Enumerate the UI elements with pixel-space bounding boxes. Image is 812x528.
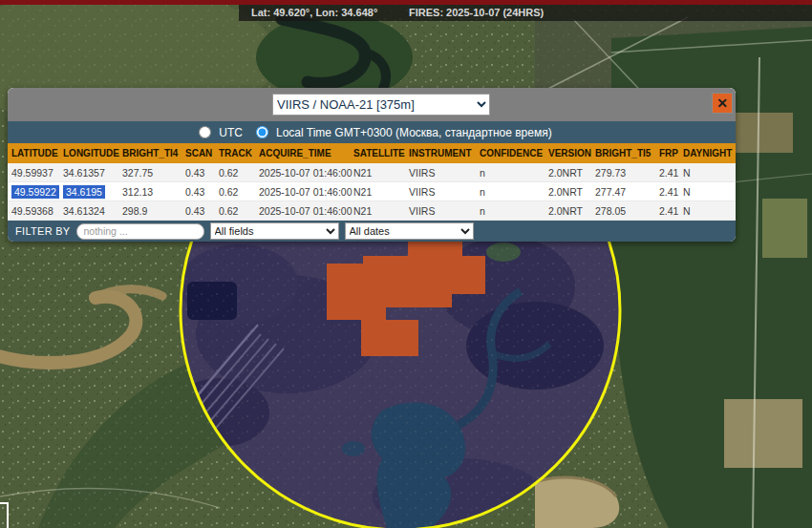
column-header[interactable]: SATELLITE: [353, 148, 409, 158]
filter-bar: FILTER BY All fields All dates: [8, 221, 736, 242]
column-header[interactable]: DAYNIGHT: [683, 148, 736, 158]
table-cell: 49.59937: [11, 167, 63, 179]
table-cell: 279.73: [595, 167, 659, 179]
table-cell: VIIRS: [409, 205, 480, 217]
cursor-coordinates: Lat: 49.620°, Lon: 34.648°: [251, 7, 377, 18]
column-header[interactable]: BRIGHT_TI5: [595, 148, 659, 158]
table-cell: n: [480, 205, 548, 217]
filter-text-input[interactable]: [76, 223, 204, 240]
fire-table-body: 49.5993734.61357327.750.430.622025-10-07…: [8, 163, 736, 221]
table-cell: 34.61324: [63, 205, 122, 217]
filter-dates-select[interactable]: All dates: [345, 222, 474, 240]
table-cell: 2.0NRT: [548, 205, 595, 217]
table-cell: N21: [353, 205, 409, 217]
column-header[interactable]: BRIGHT_TI4: [122, 148, 185, 158]
local-time-label[interactable]: Local Time GMT+0300 (Москва, стандартное…: [276, 126, 552, 139]
column-header[interactable]: INSTRUMENT: [409, 148, 480, 158]
table-cell: 298.9: [122, 205, 185, 217]
table-cell: 278.05: [595, 205, 659, 217]
selected-cell-highlight: 49.59922: [11, 185, 59, 199]
table-cell: VIIRS: [409, 167, 480, 179]
column-header[interactable]: ACQUIRE_TIME: [259, 148, 353, 158]
fire-pixel[interactable]: [361, 320, 418, 356]
table-row[interactable]: 49.5993734.61357327.750.430.622025-10-07…: [8, 163, 736, 182]
column-header[interactable]: VERSION: [548, 148, 595, 158]
satellite-map[interactable]: [0, 0, 812, 528]
table-cell: 0.62: [219, 167, 259, 179]
fire-data-dialog: VIIRS / NOAA-21 [375m] ✕ UTC Local Time …: [8, 88, 736, 242]
table-cell: n: [480, 186, 548, 198]
table-cell: 0.43: [185, 186, 219, 198]
table-cell: 2.41: [659, 186, 683, 198]
table-row[interactable]: 49.5936834.61324298.90.430.622025-10-07 …: [8, 201, 736, 221]
utc-radio[interactable]: [199, 126, 211, 138]
table-cell: 312.13: [122, 186, 185, 198]
dialog-header: VIIRS / NOAA-21 [375m] ✕: [8, 88, 736, 121]
selected-cell-highlight: 34.6195: [63, 185, 105, 199]
table-cell: 49.59368: [11, 205, 63, 217]
table-cell: VIIRS: [409, 186, 480, 198]
table-cell: 327.75: [122, 167, 185, 179]
filter-by-label: FILTER BY: [15, 225, 71, 237]
table-cell: 2025-10-07 01:46:00: [259, 167, 353, 179]
table-cell: n: [480, 167, 548, 179]
table-cell: 0.62: [219, 186, 259, 198]
fire-pixel[interactable]: [327, 264, 386, 320]
table-cell: 2.0NRT: [548, 186, 595, 198]
table-cell: 2.41: [659, 205, 683, 217]
table-cell: 2.0NRT: [548, 167, 595, 179]
fire-pixel[interactable]: [386, 256, 452, 307]
table-cell: 277.47: [595, 186, 659, 198]
fires-date-label: FIRES: 2025-10-07 (24HRS): [409, 7, 544, 18]
table-cell: 34.6195: [63, 186, 122, 198]
table-cell: 2.41: [659, 167, 683, 179]
table-cell: N: [683, 186, 736, 198]
local-time-radio[interactable]: [256, 126, 268, 138]
table-cell: N: [683, 167, 736, 179]
column-header[interactable]: FRP: [659, 148, 683, 158]
column-header[interactable]: LONGITUDE: [63, 148, 122, 158]
table-cell: N21: [353, 167, 409, 179]
table-cell: 34.61357: [63, 167, 122, 179]
close-button[interactable]: ✕: [712, 93, 733, 114]
filter-fields-select[interactable]: All fields: [210, 222, 339, 240]
table-cell: N: [683, 205, 736, 217]
table-cell: 2025-10-07 01:46:00: [259, 186, 353, 198]
column-header[interactable]: TRACK: [219, 148, 259, 158]
sensor-select[interactable]: VIIRS / NOAA-21 [375m]: [272, 94, 490, 116]
table-cell: 2025-10-07 01:46:00: [259, 205, 353, 217]
fire-table-header: LATITUDELONGITUDEBRIGHT_TI4SCANTRACKACQU…: [8, 143, 736, 163]
column-header[interactable]: SCAN: [185, 148, 219, 158]
table-cell: 0.62: [219, 205, 259, 217]
table-row[interactable]: 49.5992234.6195312.130.430.622025-10-07 …: [8, 182, 736, 201]
table-cell: N21: [353, 186, 409, 198]
column-header[interactable]: CONFIDENCE: [480, 148, 548, 158]
fire-pixel[interactable]: [408, 242, 462, 258]
time-zone-toggle: UTC Local Time GMT+0300 (Москва, стандар…: [8, 121, 736, 143]
table-cell: 0.43: [185, 205, 219, 217]
table-cell: 0.43: [185, 167, 219, 179]
column-header[interactable]: LATITUDE: [11, 148, 63, 158]
utc-label[interactable]: UTC: [219, 126, 243, 139]
table-cell: 49.59922: [11, 186, 63, 198]
